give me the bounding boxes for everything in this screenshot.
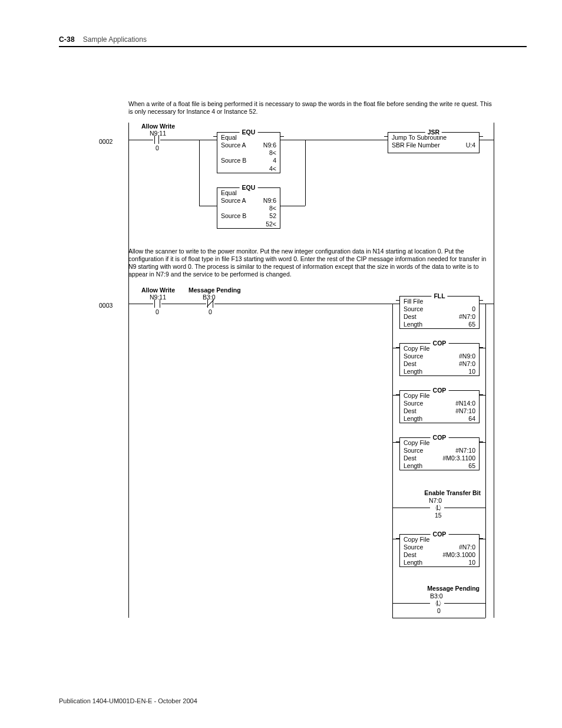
coil-letter: L: [437, 599, 440, 607]
wire: [392, 508, 430, 508]
wire: [480, 539, 485, 539]
wire: [392, 539, 399, 539]
rung-number: 0002: [99, 138, 113, 146]
val: #N7:10: [455, 407, 475, 415]
rung3-note: Allow the scanner to write to the power …: [128, 248, 494, 279]
mnemonic: COP: [431, 531, 449, 538]
rung2-note: When a write of a float file is being pe…: [128, 100, 494, 116]
val: #N7:10: [455, 447, 475, 454]
wire: [480, 395, 485, 396]
jsr-block: JSR Jump To Subroutine SBR File NumberU:…: [388, 132, 480, 153]
wire: [392, 442, 399, 443]
lbl: Source B: [221, 157, 246, 164]
lbl: Length: [404, 321, 422, 328]
wire: [160, 140, 199, 140]
equ-block-2: EQU Equal Source AN9:6 8< Source B52 52<: [217, 187, 280, 229]
mnemonic: COP: [431, 340, 449, 347]
lbl: Source B: [221, 212, 246, 220]
wire: [480, 304, 485, 304]
lbl: Dest: [404, 407, 416, 415]
lbl: Dest: [404, 454, 416, 462]
mnemonic: COP: [431, 434, 449, 442]
wire: [280, 140, 305, 140]
wire: [280, 206, 305, 206]
output-branch-in: [392, 304, 393, 618]
lbl: Dest: [404, 313, 416, 321]
lbl: Source: [404, 543, 423, 551]
fll-block: FLL Fill File Source0 Dest#N7:0 Length65: [399, 296, 480, 329]
wire: [128, 304, 153, 304]
val: #N7:0: [459, 360, 475, 368]
sub: 8<: [221, 149, 276, 157]
branch-out: [305, 140, 306, 206]
header-rule: [59, 46, 527, 47]
wire: [392, 348, 399, 348]
xio-contact: [206, 299, 214, 308]
lbl: Source A: [221, 141, 246, 149]
rung-number: 0003: [99, 302, 113, 309]
wire: [392, 304, 399, 304]
instr-name: Fill File: [404, 298, 423, 305]
contact-bit: 0: [156, 308, 159, 316]
coil-letter: L: [437, 504, 440, 511]
cop-block-4: COP Copy File Source#N7:0 Dest#M0:3.1000…: [399, 534, 480, 567]
lbl: Dest: [404, 551, 416, 559]
instr-name: Copy File: [404, 392, 429, 400]
instr-name: Equal: [221, 189, 237, 197]
contact-bit: 0: [156, 144, 159, 152]
mnemonic: FLL: [431, 292, 447, 300]
coil-label: Message Pending: [415, 585, 480, 592]
lbl: Source: [404, 305, 423, 313]
contact-bit: 0: [209, 308, 212, 316]
lbl: Source A: [221, 197, 246, 205]
lbl: Source: [404, 400, 423, 407]
coil-label: Enable Transfer Bit: [410, 489, 481, 497]
page-number: C-38: [59, 35, 75, 44]
sub: 52<: [221, 220, 276, 228]
cop-block-2: COP Copy File Source#N14:0 Dest#N7:10 Le…: [399, 390, 480, 423]
val: 10: [468, 559, 475, 566]
val: N9:6: [263, 197, 276, 205]
val: #N14:0: [455, 400, 475, 407]
instr-name: Copy File: [404, 345, 429, 353]
otl-coil: L: [437, 600, 440, 607]
val: #N9:0: [459, 353, 475, 360]
instr-name: Equal: [221, 134, 237, 141]
coil-bit: 0: [437, 607, 441, 615]
sub: 8<: [221, 205, 276, 212]
mnemonic: EQU: [240, 184, 258, 192]
xic-contact: [153, 136, 160, 144]
val: 52: [269, 212, 276, 220]
otl-coil: L: [437, 505, 440, 511]
val: 0: [472, 305, 475, 313]
wire: [392, 395, 399, 396]
lbl: Length: [404, 559, 422, 566]
wire: [444, 508, 485, 508]
sub: 4<: [221, 165, 276, 173]
mnemonic: EQU: [240, 129, 258, 136]
mnemonic: JSR: [425, 129, 442, 136]
wire: [480, 140, 494, 140]
wire: [392, 603, 430, 604]
wire: [214, 304, 392, 304]
branch-in: [199, 140, 200, 206]
lbl: Source: [404, 353, 423, 360]
val: #N7:0: [459, 313, 475, 321]
equ-block-1: EQU Equal Source AN9:6 8< Source B4 4<: [217, 132, 280, 173]
val: 65: [468, 462, 475, 470]
instr-name: Copy File: [404, 439, 429, 447]
coil-bit: 15: [435, 512, 442, 519]
output-branch-out: [485, 304, 486, 618]
section-title: Sample Applications: [83, 35, 147, 44]
wire: [480, 348, 485, 348]
left-rail: [128, 123, 129, 618]
lbl: SBR File Number: [392, 141, 440, 149]
val: #M0:3.1100: [443, 454, 475, 462]
val: 10: [468, 368, 475, 375]
val: #N7:0: [459, 543, 475, 551]
wire: [199, 140, 217, 140]
wire: [305, 140, 388, 140]
val: N9:6: [263, 141, 276, 149]
val: 4: [273, 157, 276, 164]
xio-contact: [153, 299, 161, 308]
